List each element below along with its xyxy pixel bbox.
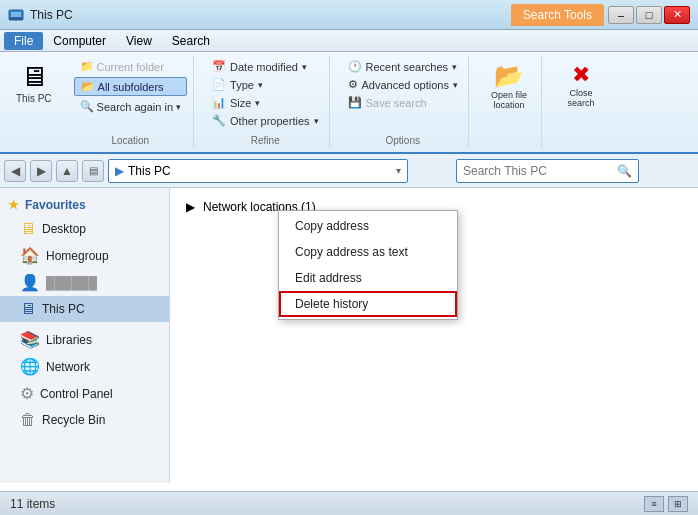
delete-history-item[interactable]: Delete history xyxy=(279,291,457,317)
maximize-button[interactable]: □ xyxy=(636,6,662,24)
this-pc-label: This PC xyxy=(16,93,52,104)
refine-buttons: 📅 Date modified ▾ 📄 Type ▾ 📊 Size ▾ 🔧 Ot… xyxy=(208,58,322,129)
libraries-icon: 📚 xyxy=(20,330,40,349)
this-pc-icon: 🖥 xyxy=(20,60,48,93)
close-search-button[interactable]: ✖ Closesearch xyxy=(556,58,606,112)
other-properties-dropdown-icon: ▾ xyxy=(314,116,319,126)
network-icon: 🌐 xyxy=(20,357,40,376)
sidebar-item-desktop[interactable]: 🖥 Desktop xyxy=(0,216,169,242)
desktop-icon: 🖥 xyxy=(20,220,36,238)
menu-bar: File Computer View Search xyxy=(0,30,698,52)
thispc-label: This PC xyxy=(42,302,85,316)
search-icon: 🔍 xyxy=(617,164,632,178)
expand-tree-button[interactable]: ▤ xyxy=(82,160,104,182)
svg-rect-2 xyxy=(9,17,23,20)
search-again-dropdown-icon: ▾ xyxy=(176,102,181,112)
network-locations-icon: ▶ xyxy=(186,200,195,214)
up-button[interactable]: ▲ xyxy=(56,160,78,182)
user-label: ██████ xyxy=(46,276,97,290)
type-button[interactable]: 📄 Type ▾ xyxy=(208,76,322,93)
sidebar-item-recyclebin[interactable]: 🗑 Recycle Bin xyxy=(0,407,169,433)
this-pc-button[interactable]: 🖥 This PC xyxy=(8,56,60,148)
libraries-label: Libraries xyxy=(46,333,92,347)
recent-icon: 🕐 xyxy=(348,60,362,73)
search-again-label: Search again in xyxy=(97,101,173,113)
open-file-icon: 📂 xyxy=(494,62,524,90)
location-btns: 📁 Current folder 📂 All subfolders 🔍 Sear… xyxy=(74,58,187,115)
close-search-label: Closesearch xyxy=(567,88,594,108)
advanced-options-label: Advanced options xyxy=(362,79,449,91)
search-again-button[interactable]: 🔍 Search again in ▾ xyxy=(74,98,187,115)
controlpanel-icon: ⚙ xyxy=(20,384,34,403)
ribbon-group-refine: 📅 Date modified ▾ 📄 Type ▾ 📊 Size ▾ 🔧 Ot… xyxy=(202,56,329,148)
search-box[interactable]: 🔍 xyxy=(456,159,639,183)
path-dropdown-icon: ▾ xyxy=(396,165,401,176)
menu-search[interactable]: Search xyxy=(162,32,220,50)
advanced-icon: ⚙ xyxy=(348,78,358,91)
search-tools-tab[interactable]: Search Tools xyxy=(511,4,604,26)
app-icon xyxy=(8,7,24,23)
copy-address-item[interactable]: Copy address xyxy=(279,213,457,239)
size-button[interactable]: 📊 Size ▾ xyxy=(208,94,322,111)
ribbon-group-close-search: ✖ Closesearch xyxy=(550,56,612,148)
recent-dropdown-icon: ▾ xyxy=(452,62,457,72)
recent-searches-label: Recent searches xyxy=(366,61,449,73)
sidebar-item-thispc[interactable]: 🖥 This PC xyxy=(0,296,169,322)
back-button[interactable]: ◀ xyxy=(4,160,26,182)
current-folder-label: Current folder xyxy=(97,61,164,73)
size-icon: 📊 xyxy=(212,96,226,109)
sidebar-item-user[interactable]: 👤 ██████ xyxy=(0,269,169,296)
search-again-icon: 🔍 xyxy=(80,100,94,113)
edit-address-item[interactable]: Edit address xyxy=(279,265,457,291)
other-properties-button[interactable]: 🔧 Other properties ▾ xyxy=(208,112,322,129)
type-dropdown-icon: ▾ xyxy=(258,80,263,90)
save-search-button[interactable]: 💾 Save search xyxy=(344,94,462,111)
open-file-location-button[interactable]: 📂 Open filelocation xyxy=(483,58,535,114)
recyclebin-label: Recycle Bin xyxy=(42,413,105,427)
all-subfolders-label: All subfolders xyxy=(98,81,164,93)
menu-file[interactable]: File xyxy=(4,32,43,50)
close-search-icon: ✖ xyxy=(572,62,590,88)
context-menu: Copy address Copy address as text Edit a… xyxy=(278,210,458,320)
recyclebin-icon: 🗑 xyxy=(20,411,36,429)
controlpanel-label: Control Panel xyxy=(40,387,113,401)
favourites-section: ★ Favourites 🖥 Desktop 🏠 Homegroup 👤 ███… xyxy=(0,194,169,322)
sidebar-item-libraries[interactable]: 📚 Libraries xyxy=(0,326,169,353)
address-path[interactable]: ▶ This PC ▾ Copy address Copy address as… xyxy=(108,159,408,183)
path-text: This PC xyxy=(128,164,171,178)
current-folder-button[interactable]: 📁 Current folder xyxy=(74,58,187,75)
favourites-label: Favourites xyxy=(25,198,86,212)
details-view-button[interactable]: ≡ xyxy=(644,496,664,512)
homegroup-icon: 🏠 xyxy=(20,246,40,265)
subfolders-icon: 📂 xyxy=(81,80,95,93)
other-properties-label: Other properties xyxy=(230,115,309,127)
favourites-header[interactable]: ★ Favourites xyxy=(0,194,169,216)
save-search-label: Save search xyxy=(366,97,427,109)
sidebar-item-controlpanel[interactable]: ⚙ Control Panel xyxy=(0,380,169,407)
search-input[interactable] xyxy=(463,164,613,178)
menu-computer[interactable]: Computer xyxy=(43,32,116,50)
options-group-label: Options xyxy=(344,131,462,146)
options-buttons: 🕐 Recent searches ▾ ⚙ Advanced options ▾… xyxy=(344,58,462,111)
refine-group-label: Refine xyxy=(208,131,322,146)
all-subfolders-button[interactable]: 📂 All subfolders xyxy=(74,77,187,96)
sidebar-item-homegroup[interactable]: 🏠 Homegroup xyxy=(0,242,169,269)
properties-icon: 🔧 xyxy=(212,114,226,127)
save-icon: 💾 xyxy=(348,96,362,109)
large-icons-view-button[interactable]: ⊞ xyxy=(668,496,688,512)
location-group-label: Location xyxy=(74,131,187,146)
forward-button[interactable]: ▶ xyxy=(30,160,52,182)
close-button[interactable]: ✕ xyxy=(664,6,690,24)
date-modified-button[interactable]: 📅 Date modified ▾ xyxy=(208,58,322,75)
sidebar-item-network[interactable]: 🌐 Network xyxy=(0,353,169,380)
star-icon: ★ xyxy=(8,198,19,212)
window-title: This PC xyxy=(30,8,511,22)
user-icon: 👤 xyxy=(20,273,40,292)
date-modified-label: Date modified xyxy=(230,61,298,73)
desktop-label: Desktop xyxy=(42,222,86,236)
minimize-button[interactable]: – xyxy=(608,6,634,24)
advanced-options-button[interactable]: ⚙ Advanced options ▾ xyxy=(344,76,462,93)
recent-searches-button[interactable]: 🕐 Recent searches ▾ xyxy=(344,58,462,75)
copy-address-as-text-item[interactable]: Copy address as text xyxy=(279,239,457,265)
menu-view[interactable]: View xyxy=(116,32,162,50)
